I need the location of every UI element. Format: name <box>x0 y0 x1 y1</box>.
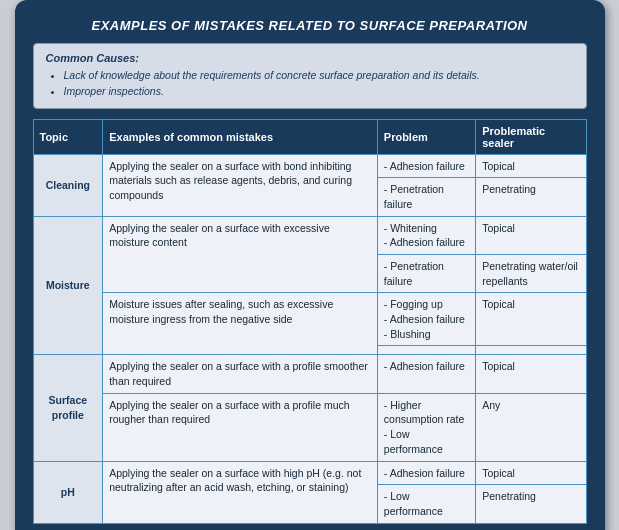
table-row: Surface profile Applying the sealer on a… <box>33 355 586 393</box>
table-header-row: Topic Examples of common mistakes Proble… <box>33 119 586 154</box>
problem-cell: - Higher consumption rate- Low performan… <box>377 393 475 461</box>
topic-cell-moisture: Moisture <box>33 216 103 355</box>
problem-cell: - Low performance <box>377 485 475 523</box>
sealer-cell <box>476 346 586 355</box>
problem-cell: - Adhesion failure <box>377 154 475 178</box>
sealer-cell: Penetrating water/oil repellants <box>476 254 586 292</box>
problem-cell: - Penetration failure <box>377 254 475 292</box>
col-topic: Topic <box>33 119 103 154</box>
problem-cell: - Whitening- Adhesion failure <box>377 216 475 254</box>
col-sealer: Problematic sealer <box>476 119 586 154</box>
example-cell: Applying the sealer on a surface with ex… <box>103 216 378 293</box>
common-causes-box: Common Causes: Lack of knowledge about t… <box>33 43 587 109</box>
col-problem: Problem <box>377 119 475 154</box>
sealer-cell: Topical <box>476 355 586 393</box>
example-cell: Applying the sealer on a surface with a … <box>103 355 378 393</box>
sealer-cell: Any <box>476 393 586 461</box>
sealer-cell: Penetrating <box>476 178 586 216</box>
example-cell: Applying the sealer on a surface with a … <box>103 393 378 461</box>
card-title: EXAMPLES OF MISTAKES RELATED TO SURFACE … <box>33 18 587 33</box>
mistakes-table: Topic Examples of common mistakes Proble… <box>33 119 587 524</box>
common-causes-list: Lack of knowledge about the requirements… <box>46 68 574 100</box>
example-cell: Applying the sealer on a surface with hi… <box>103 461 378 523</box>
problem-cell: - Penetration failure <box>377 178 475 216</box>
sealer-cell: Topical <box>476 154 586 178</box>
table-row: Cleaning Applying the sealer on a surfac… <box>33 154 586 178</box>
table-row: Moisture Applying the sealer on a surfac… <box>33 216 586 254</box>
topic-cell-surface: Surface profile <box>33 355 103 461</box>
problem-cell: - Adhesion failure <box>377 355 475 393</box>
sealer-cell: Topical <box>476 293 586 346</box>
sealer-cell: Penetrating <box>476 485 586 523</box>
common-causes-title: Common Causes: <box>46 52 574 64</box>
example-cell: Moisture issues after sealing, such as e… <box>103 293 378 355</box>
problem-cell: - Adhesion failure <box>377 461 475 485</box>
topic-cell-ph: pH <box>33 461 103 523</box>
table-row: Moisture issues after sealing, such as e… <box>33 293 586 346</box>
problem-cell <box>377 346 475 355</box>
table-row: Applying the sealer on a surface with a … <box>33 393 586 461</box>
main-card: EXAMPLES OF MISTAKES RELATED TO SURFACE … <box>15 0 605 530</box>
topic-cell-cleaning: Cleaning <box>33 154 103 216</box>
col-examples: Examples of common mistakes <box>103 119 378 154</box>
sealer-cell: Topical <box>476 216 586 254</box>
sealer-cell: Topical <box>476 461 586 485</box>
cause-item: Lack of knowledge about the requirements… <box>64 68 574 84</box>
cause-item: Improper inspections. <box>64 84 574 100</box>
example-cell: Applying the sealer on a surface with bo… <box>103 154 378 216</box>
table-row: pH Applying the sealer on a surface with… <box>33 461 586 485</box>
problem-cell: - Fogging up- Adhesion failure- Blushing <box>377 293 475 346</box>
